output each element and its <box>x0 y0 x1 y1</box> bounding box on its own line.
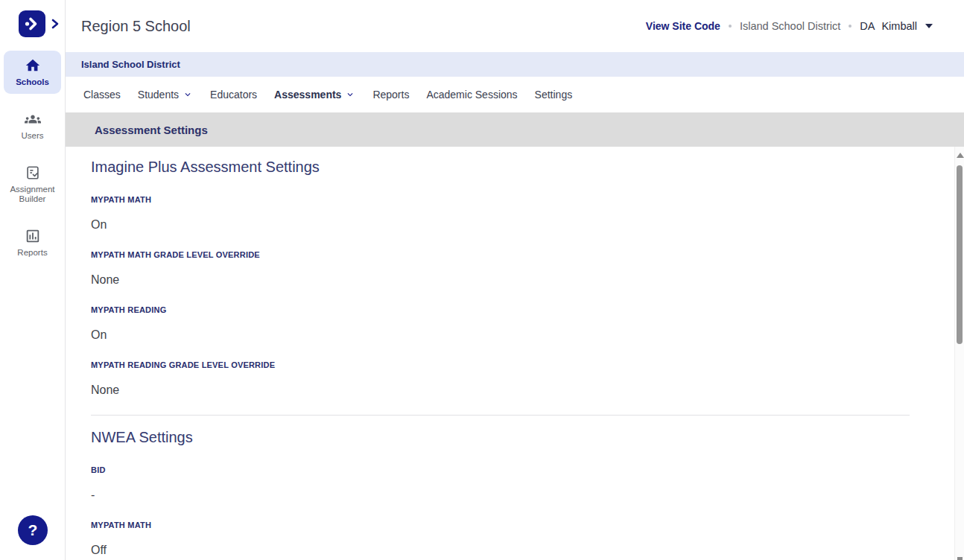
section-divider <box>91 415 910 416</box>
setting-field: MYPATH MATH Off <box>91 520 910 559</box>
tab-settings[interactable]: Settings <box>535 89 573 101</box>
field-value: On <box>91 217 910 233</box>
field-value: None <box>91 272 910 288</box>
sidebar-item-schools[interactable]: Schools <box>4 51 61 94</box>
district-banner-label: Island School District <box>66 59 180 70</box>
tab-label: Students <box>138 89 179 101</box>
app-window: Schools Users Assignment Builder <box>0 0 964 560</box>
dot-separator <box>849 25 852 28</box>
help-button[interactable]: ? <box>18 515 48 545</box>
header-right: View Site Code Island School District DA… <box>646 20 964 32</box>
scrollbar-up-arrow-icon[interactable] <box>957 153 964 158</box>
section-bar-title: Assessment Settings <box>66 124 208 136</box>
brand-arrow-icon <box>23 15 41 33</box>
sidebar-item-assignment-builder[interactable]: Assignment Builder <box>4 158 61 211</box>
tab-academic-sessions[interactable]: Academic Sessions <box>426 89 517 101</box>
caret-down-icon <box>925 24 933 28</box>
field-label: MYPATH READING GRADE LEVEL OVERRIDE <box>91 360 910 370</box>
scrollbar-track[interactable] <box>954 147 964 560</box>
reports-icon <box>25 228 41 244</box>
field-label: MYPATH MATH GRADE LEVEL OVERRIDE <box>91 249 910 260</box>
setting-field: MYPATH READING On <box>91 305 910 343</box>
sidebar: Schools Users Assignment Builder <box>0 0 66 560</box>
tab-label: Educators <box>210 89 257 101</box>
field-label: MYPATH MATH <box>91 520 910 530</box>
field-value: None <box>91 382 910 398</box>
field-value: - <box>91 487 910 503</box>
field-label: BID <box>91 465 910 475</box>
chevron-down-icon <box>345 89 355 100</box>
home-icon <box>25 57 41 74</box>
chevron-down-icon <box>183 89 193 100</box>
section-heading: NWEA Settings <box>91 427 910 447</box>
tab-students[interactable]: Students <box>138 89 193 101</box>
tab-label: Reports <box>372 89 409 101</box>
tab-educators[interactable]: Educators <box>210 89 257 101</box>
sidebar-item-label: Users <box>21 131 43 141</box>
field-label: MYPATH READING <box>91 305 910 315</box>
dot-separator <box>729 25 732 28</box>
users-icon <box>24 111 42 127</box>
main-content: Imagine Plus Assessment Settings MYPATH … <box>66 147 954 560</box>
setting-field: MYPATH MATH On <box>91 194 910 233</box>
setting-field: MYPATH READING GRADE LEVEL OVERRIDE None <box>91 360 910 398</box>
scrollbar-down-arrow-icon[interactable] <box>957 557 963 560</box>
setting-field: BID - <box>91 465 910 503</box>
sidebar-item-label: Schools <box>16 77 49 87</box>
sidebar-expand-icon[interactable] <box>51 19 60 29</box>
tab-label: Assessments <box>274 89 341 101</box>
logo-row <box>0 0 65 37</box>
section-heading: Imagine Plus Assessment Settings <box>91 157 910 176</box>
tab-label: Academic Sessions <box>426 89 517 101</box>
sidebar-item-users[interactable]: Users <box>4 104 61 147</box>
field-value: Off <box>91 542 910 559</box>
sidebar-item-label: Reports <box>17 248 47 258</box>
tab-assessments[interactable]: Assessments <box>274 89 355 101</box>
tab-reports[interactable]: Reports <box>372 89 409 101</box>
tab-bar: Classes Students Educators Assessments R… <box>66 77 964 112</box>
tab-classes[interactable]: Classes <box>83 89 121 101</box>
user-menu[interactable]: DA Kimball <box>860 20 933 32</box>
user-role: DA <box>860 20 875 32</box>
sidebar-nav: Schools Users Assignment Builder <box>0 51 65 275</box>
tab-label: Classes <box>83 89 121 101</box>
header-district-label: Island School District <box>740 20 840 32</box>
sidebar-item-label: Assignment Builder <box>5 185 60 204</box>
header: Region 5 School View Site Code Island Sc… <box>66 0 964 52</box>
field-value: On <box>91 327 910 343</box>
district-banner: Island School District <box>66 52 964 77</box>
setting-field: MYPATH MATH GRADE LEVEL OVERRIDE None <box>91 249 910 288</box>
field-label: MYPATH MATH <box>91 194 910 205</box>
scrollbar-thumb[interactable] <box>957 165 963 344</box>
page-title: Region 5 School <box>66 18 191 35</box>
help-button-label: ? <box>28 521 38 539</box>
user-name: Kimball <box>881 20 917 32</box>
app-logo[interactable] <box>19 10 45 37</box>
assignment-builder-icon <box>25 165 41 181</box>
section-bar: Assessment Settings <box>66 112 964 147</box>
tab-label: Settings <box>535 89 573 101</box>
view-site-code-link[interactable]: View Site Code <box>646 20 720 32</box>
sidebar-item-reports[interactable]: Reports <box>4 221 61 264</box>
